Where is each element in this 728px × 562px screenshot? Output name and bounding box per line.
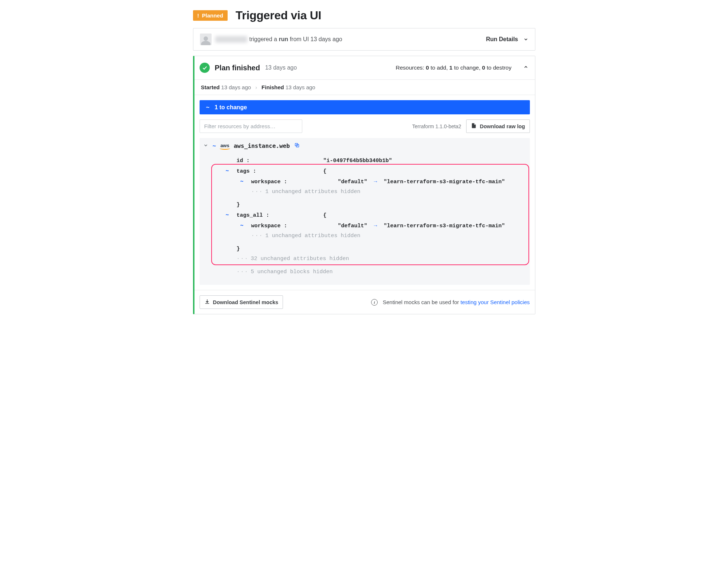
plan-age: 13 days ago <box>265 64 297 71</box>
highlighted-diff-block: ~ tags : { ~ workspace : "default" → "le… <box>226 166 526 254</box>
plan-panel: Plan finished 13 days ago Resources: 0 t… <box>193 56 535 314</box>
run-details-toggle[interactable]: Run Details <box>486 36 528 43</box>
change-banner[interactable]: ~ 1 to change <box>200 100 530 114</box>
download-sentinel-mocks-button[interactable]: Download Sentinel mocks <box>200 295 283 309</box>
triggered-text: triggered a run from UI 13 days ago <box>249 36 342 43</box>
sentinel-hint: Sentinel mocks can be used for testing y… <box>383 299 530 305</box>
info-icon: i <box>371 299 378 306</box>
copy-icon <box>294 142 300 148</box>
copy-address-button[interactable] <box>294 142 300 149</box>
username-obscured: xxxxxxxxxx <box>215 36 247 43</box>
chevron-down-icon <box>523 37 528 42</box>
plan-title: Plan finished <box>215 64 260 72</box>
resources-summary: Resources: 0 to add, 1 to change, 0 to d… <box>396 64 512 71</box>
download-icon <box>204 299 210 306</box>
download-raw-log-button[interactable]: Download raw log <box>466 119 530 133</box>
expand-resource-toggle[interactable] <box>203 143 208 149</box>
change-marker-icon: ~ <box>213 142 216 149</box>
resource-diff: id : "i-0497f64b5bb340b1b" ~ tags : { <box>200 152 530 277</box>
terraform-version: Terraform 1.1.0-beta2 <box>412 123 461 129</box>
exclamation-icon: ! <box>197 12 199 19</box>
chevron-down-icon <box>203 143 208 148</box>
tilde-icon: ~ <box>206 104 210 111</box>
filter-resources-input[interactable] <box>200 119 302 133</box>
page-title: Triggered via UI <box>236 9 321 22</box>
triggered-summary: xxxxxxxxxx triggered a run from UI 13 da… <box>193 28 535 51</box>
status-badge: ! Planned <box>193 10 228 21</box>
file-icon <box>471 123 477 130</box>
aws-provider-icon: aws <box>220 143 229 149</box>
status-badge-label: Planned <box>202 12 223 19</box>
sentinel-hint-link[interactable]: testing your Sentinel policies <box>460 299 530 305</box>
chevron-up-icon <box>523 64 528 70</box>
collapse-toggle[interactable] <box>523 64 528 71</box>
plan-timeline: Started 13 days ago › Finished 13 days a… <box>194 80 535 95</box>
resource-address: aws_instance.web <box>234 142 290 149</box>
check-circle-icon <box>200 63 210 73</box>
avatar <box>200 34 212 45</box>
